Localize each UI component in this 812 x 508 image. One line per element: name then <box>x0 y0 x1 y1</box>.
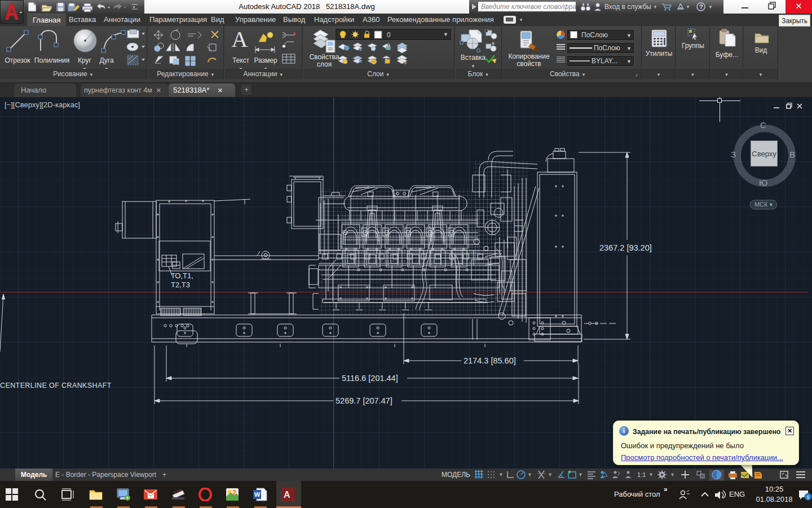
svg-text:5: 5 <box>807 494 810 500</box>
svg-text:▼: ▼ <box>578 472 583 478</box>
svg-text:?: ? <box>699 3 703 10</box>
svg-text:1:1: 1:1 <box>637 471 646 478</box>
svg-text:▼: ▼ <box>686 5 690 10</box>
svg-text:CENTERLINE OF CRANKSHAFT: CENTERLINE OF CRANKSHAFT <box>0 382 112 389</box>
svg-text:▼: ▼ <box>670 472 675 478</box>
svg-text:▼: ▼ <box>708 5 713 10</box>
svg-text:▼: ▼ <box>527 472 532 478</box>
svg-text:5116.6 [201.44]: 5116.6 [201.44] <box>342 374 398 383</box>
svg-text:2: 2 <box>232 488 236 497</box>
svg-text:2367.2 [93.20]: 2367.2 [93.20] <box>599 243 652 252</box>
svg-text:A: A <box>284 490 290 500</box>
svg-text:Т2,Т3: Т2,Т3 <box>171 281 190 289</box>
svg-text:▼: ▼ <box>498 472 504 478</box>
svg-text:0: 0 <box>387 31 391 39</box>
svg-text:▼: ▼ <box>548 472 553 478</box>
svg-text:▼: ▼ <box>653 5 657 10</box>
svg-text:Вход в службы: Вход в службы <box>604 3 651 11</box>
svg-text:ТО,Т1,: ТО,Т1, <box>171 271 193 280</box>
svg-text:5269.7 [207.47]: 5269.7 [207.47] <box>336 396 392 405</box>
svg-text:W: W <box>254 491 261 498</box>
svg-text:2174.3 [85.60]: 2174.3 [85.60] <box>464 356 516 365</box>
svg-text:▼: ▼ <box>648 472 654 478</box>
